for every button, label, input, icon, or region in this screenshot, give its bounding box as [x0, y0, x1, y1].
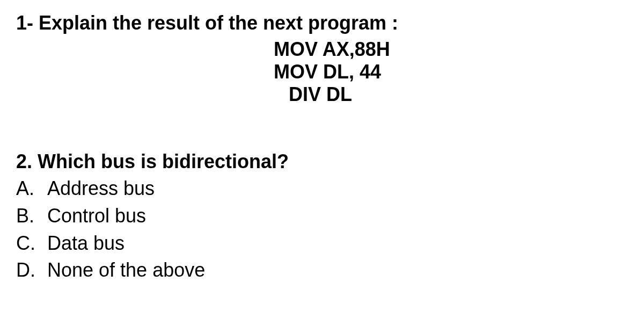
option-c: C. Data bus: [16, 230, 628, 257]
option-text: Data bus: [47, 230, 125, 257]
option-letter: B.: [16, 203, 47, 229]
code-block: MOV AX,88H MOV DL, 44 DIV DL: [16, 38, 628, 106]
option-b: B. Control bus: [16, 203, 628, 229]
option-text: Control bus: [47, 203, 146, 229]
option-letter: C.: [16, 230, 47, 257]
option-a: A. Address bus: [16, 176, 628, 202]
code-line-3: DIV DL: [289, 83, 352, 106]
option-d: D. None of the above: [16, 257, 628, 284]
option-text: None of the above: [47, 257, 205, 284]
question-2-prompt: 2. Which bus is bidirectional?: [16, 149, 628, 175]
option-letter: A.: [16, 176, 47, 202]
option-text: Address bus: [47, 176, 155, 202]
option-letter: D.: [16, 257, 47, 284]
code-line-1: MOV AX,88H: [274, 38, 390, 61]
code-line-2: MOV DL, 44: [274, 61, 381, 83]
question-2-options: A. Address bus B. Control bus C. Data bu…: [16, 176, 628, 283]
question-1-prompt: 1- Explain the result of the next progra…: [16, 11, 628, 36]
